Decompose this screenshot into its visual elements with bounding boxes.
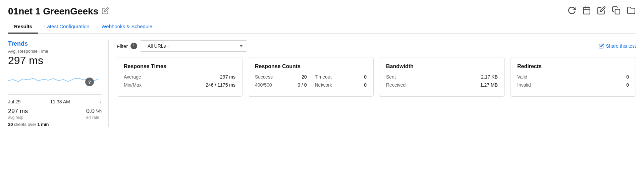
share-label: Share this test xyxy=(606,43,636,49)
svg-rect-0 xyxy=(583,7,590,14)
card-row-sent: Sent 2.17 KB xyxy=(386,74,498,80)
card-label-valid: Valid xyxy=(517,74,527,80)
response-counts-card: Response Counts Success 20 400/500 0 / 0 xyxy=(248,57,374,97)
card-value-average: 297 ms xyxy=(220,74,235,80)
calendar-icon[interactable] xyxy=(582,6,591,17)
chart-tooltip[interactable]: ? xyxy=(85,78,94,86)
card-value-valid: 0 xyxy=(626,74,629,80)
header-actions xyxy=(568,6,636,17)
card-row-success: Success 20 xyxy=(255,74,307,80)
card-value-minmax: 246 / 1175 ms xyxy=(206,82,235,88)
card-row-received: Received 1.27 MB xyxy=(386,82,498,88)
page-container: 01net 1 GreenGeeks xyxy=(0,0,644,191)
cards-row: Response Times Average 297 ms Min/Max 24… xyxy=(117,57,636,97)
refresh-icon[interactable] xyxy=(568,6,576,17)
response-counts-title: Response Counts xyxy=(255,63,367,69)
counts-right-col: Timeout 0 Network 0 xyxy=(315,74,367,90)
chevron-right-icon[interactable]: › xyxy=(100,98,102,105)
card-row-valid: Valid 0 xyxy=(517,74,629,80)
page-title: 01net 1 GreenGeeks xyxy=(8,6,98,17)
title-area: 01net 1 GreenGeeks xyxy=(8,6,109,17)
avg-value: 297 ms xyxy=(8,54,102,67)
card-value-sent: 2.17 KB xyxy=(481,74,498,80)
card-label-400500: 400/500 xyxy=(255,82,272,88)
card-value-success: 20 xyxy=(302,74,307,80)
date-label: Jul 29 xyxy=(8,99,20,104)
avg-resp-label: avg resp xyxy=(8,115,28,120)
tab-latest-configuration[interactable]: Latest Configuration xyxy=(38,21,95,34)
counts-left-col: Success 20 400/500 0 / 0 xyxy=(255,74,307,90)
response-times-title: Response Times xyxy=(124,63,235,69)
redirects-title: Redirects xyxy=(517,63,629,69)
trends-panel: Trends Avg. Response Time 297 ms ? Jul 2… xyxy=(8,40,109,127)
card-value-received: 1.27 MB xyxy=(480,82,498,88)
tab-results[interactable]: Results xyxy=(8,21,38,34)
card-label-received: Received xyxy=(386,82,406,88)
card-value-timeout: 0 xyxy=(364,74,367,80)
card-label-timeout: Timeout xyxy=(315,74,332,80)
err-rate-block: 0.0 % err rate xyxy=(86,108,102,120)
bandwidth-title: Bandwidth xyxy=(386,63,498,69)
card-row-minmax: Min/Max 246 / 1175 ms xyxy=(124,82,235,88)
main-content: Trends Avg. Response Time 297 ms ? Jul 2… xyxy=(8,40,636,127)
edit-title-icon[interactable] xyxy=(102,7,109,16)
filter-info-icon: ! xyxy=(130,43,137,49)
response-times-card: Response Times Average 297 ms Min/Max 24… xyxy=(117,57,243,97)
copy-icon[interactable] xyxy=(612,6,621,17)
card-row-invalid: Invalid 0 xyxy=(517,82,629,88)
share-link[interactable]: Share this test xyxy=(599,43,636,49)
card-value-400500: 0 / 0 xyxy=(298,82,307,88)
card-label-average: Average xyxy=(124,74,141,80)
card-label-network: Network xyxy=(315,82,332,88)
card-label-success: Success xyxy=(255,74,273,80)
card-row-network: Network 0 xyxy=(315,82,367,88)
filter-left: Filter ! - All URLs - xyxy=(117,40,247,52)
card-row-average: Average 297 ms xyxy=(124,74,235,80)
card-row-400500: 400/500 0 / 0 xyxy=(255,82,307,88)
chart-area: ? xyxy=(8,69,99,89)
share-icon xyxy=(599,43,604,49)
filter-select[interactable]: - All URLs - xyxy=(140,40,247,52)
stats-row: 297 ms avg resp 0.0 % err rate xyxy=(8,108,102,120)
filter-label: Filter xyxy=(117,43,128,49)
edit-icon[interactable] xyxy=(597,6,606,17)
folder-icon[interactable] xyxy=(627,6,636,17)
filter-row: Filter ! - All URLs - Share this test xyxy=(117,40,636,52)
tabs-row: Results Latest Configuration Webhooks & … xyxy=(8,21,636,34)
clients-text: 20 clients over 1 min xyxy=(8,122,102,127)
avg-resp-block: 297 ms avg resp xyxy=(8,108,28,120)
card-label-invalid: Invalid xyxy=(517,82,531,88)
card-row-timeout: Timeout 0 xyxy=(315,74,367,80)
err-rate-value: 0.0 % xyxy=(86,108,102,115)
avg-label: Avg. Response Time xyxy=(8,49,102,54)
err-rate-label: err rate xyxy=(86,115,102,120)
header-row: 01net 1 GreenGeeks xyxy=(8,6,636,17)
card-value-invalid: 0 xyxy=(626,82,629,88)
avg-resp-value: 297 ms xyxy=(8,108,28,115)
card-value-network: 0 xyxy=(364,82,367,88)
tab-webhooks-schedule[interactable]: Webhooks & Schedule xyxy=(95,21,158,34)
time-label: 11:38 AM xyxy=(50,99,70,104)
right-panel: Filter ! - All URLs - Share this test xyxy=(117,40,636,127)
date-row: Jul 29 11:38 AM › xyxy=(8,94,102,108)
trends-title: Trends xyxy=(8,40,102,47)
redirects-card: Redirects Valid 0 Invalid 0 xyxy=(510,57,636,97)
svg-rect-4 xyxy=(615,9,620,14)
bandwidth-card: Bandwidth Sent 2.17 KB Received 1.27 MB xyxy=(379,57,505,97)
card-label-minmax: Min/Max xyxy=(124,82,142,88)
card-label-sent: Sent xyxy=(386,74,396,80)
